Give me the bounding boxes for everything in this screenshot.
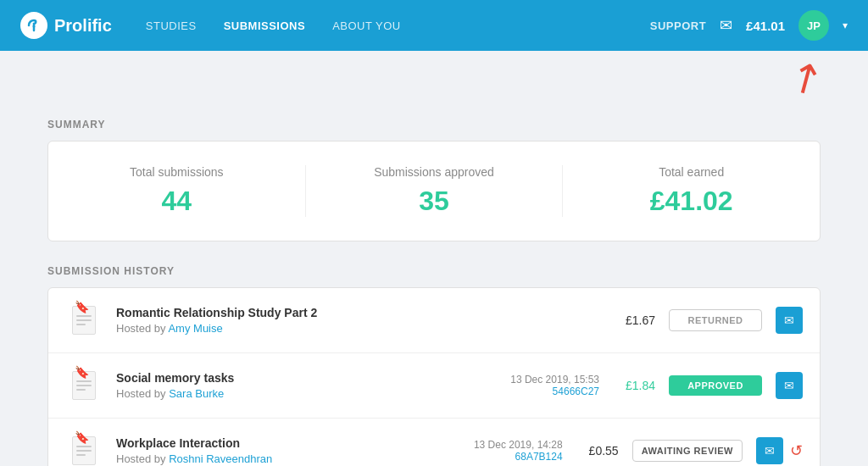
summary-earned-value: £41.02 — [563, 186, 820, 217]
history-meta: 13 Dec 2019, 14:28 68A7B124 — [453, 439, 563, 463]
logo-icon — [20, 12, 47, 39]
study-info: Romantic Relationship Study Part 2 Hoste… — [116, 306, 599, 335]
study-icon: 🔖 — [65, 432, 103, 466]
study-host: Hosted by Sara Burke — [116, 387, 476, 400]
history-label: SUBMISSION HISTORY — [47, 265, 821, 277]
nav-studies[interactable]: STUDIES — [146, 19, 197, 32]
study-info: Workplace Interaction Hosted by Roshni R… — [116, 436, 439, 465]
nav-balance: £41.01 — [746, 19, 785, 33]
nav-chevron-icon[interactable]: ▾ — [843, 19, 848, 31]
history-row: 🔖 Romantic Relationship Study Part 2 Hos… — [48, 288, 820, 353]
summary-card: Total submissions 44 Submissions approve… — [47, 141, 821, 241]
submission-amount: £0.55 — [576, 444, 619, 458]
study-name: Romantic Relationship Study Part 2 — [116, 306, 599, 319]
mail-button[interactable]: ✉ — [756, 437, 783, 464]
summary-earned-label: Total earned — [563, 165, 820, 179]
summary-total-submissions-value: 44 — [48, 186, 305, 217]
nav-about-you[interactable]: ABOUT YOU — [332, 19, 401, 32]
summary-total-submissions: Total submissions 44 — [48, 165, 306, 217]
nav-avatar[interactable]: JP — [798, 10, 829, 41]
study-icon: 🔖 — [65, 302, 103, 339]
study-icon: 🔖 — [65, 367, 103, 404]
status-badge: RETURNED — [669, 309, 762, 331]
navbar: Prolific STUDIES SUBMISSIONS ABOUT YOU S… — [0, 0, 868, 51]
support-link[interactable]: SUPPORT — [650, 19, 706, 32]
history-meta: 13 Dec 2019, 15:53 54666C27 — [489, 374, 599, 397]
study-name: Workplace Interaction — [116, 436, 439, 450]
action-icons: ✉ — [776, 372, 803, 399]
study-name: Social memory tasks — [116, 371, 476, 385]
host-link[interactable]: Amy Muise — [168, 322, 222, 335]
submission-date: 13 Dec 2019, 15:53 — [489, 374, 599, 386]
logo[interactable]: Prolific — [20, 12, 112, 39]
host-link[interactable]: Roshni Raveendhran — [169, 452, 272, 465]
study-host: Hosted by Amy Muise — [116, 322, 599, 335]
main-content: SUMMARY Total submissions 44 Submissions… — [27, 119, 841, 466]
logo-text: Prolific — [54, 16, 112, 36]
history-row: 🔖 Workplace Interaction Hosted by Roshni… — [48, 419, 820, 466]
arrow-container: ↗ — [0, 51, 868, 119]
mail-button[interactable]: ✉ — [776, 372, 803, 399]
mail-button[interactable]: ✉ — [776, 307, 803, 334]
status-badge: AWAITING REVIEW — [632, 440, 743, 462]
history-row: 🔖 Social memory tasks Hosted by Sara Bur… — [48, 353, 820, 419]
summary-approved-label: Submissions approved — [306, 165, 563, 179]
summary-total-earned: Total earned £41.02 — [563, 165, 820, 217]
svg-point-0 — [33, 25, 36, 28]
refresh-button[interactable]: ↺ — [790, 441, 803, 460]
host-link[interactable]: Sara Burke — [169, 387, 224, 400]
submission-id[interactable]: 68A7B124 — [453, 451, 563, 463]
summary-label: SUMMARY — [47, 119, 821, 130]
summary-approved-value: 35 — [306, 186, 563, 217]
action-icons: ✉↺ — [756, 437, 803, 464]
nav-mail-icon[interactable]: ✉ — [720, 16, 732, 35]
study-host: Hosted by Roshni Raveendhran — [116, 452, 439, 465]
summary-submissions-approved: Submissions approved 35 — [306, 165, 564, 217]
submission-id[interactable]: 54666C27 — [489, 386, 599, 397]
summary-total-submissions-label: Total submissions — [48, 165, 305, 179]
submission-amount: £1.67 — [613, 313, 655, 327]
study-info: Social memory tasks Hosted by Sara Burke — [116, 371, 476, 400]
status-badge: APPROVED — [669, 375, 762, 396]
nav-right: SUPPORT ✉ £41.01 JP ▾ — [650, 10, 848, 41]
submission-date: 13 Dec 2019, 14:28 — [453, 439, 563, 451]
history-card: 🔖 Romantic Relationship Study Part 2 Hos… — [47, 287, 821, 466]
action-icons: ✉ — [776, 307, 803, 334]
nav-submissions[interactable]: SUBMISSIONS — [224, 19, 306, 32]
submission-amount: £1.84 — [613, 379, 655, 392]
arrow-indicator: ↗ — [781, 52, 831, 104]
